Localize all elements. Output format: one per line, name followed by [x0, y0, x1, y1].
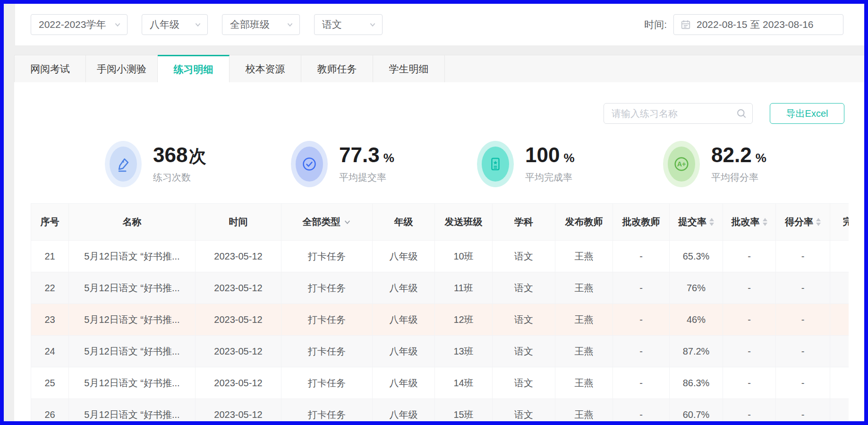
table-cell: 王燕: [555, 241, 613, 272]
stats-row: 368次练习次数77.3%平均提交率100%平均完成率A+82.2%平均得分率: [14, 141, 864, 187]
search-icon[interactable]: [736, 108, 747, 121]
table-cell: -: [776, 336, 830, 367]
table-cell: -: [613, 272, 670, 304]
table-cell: 语文: [493, 272, 555, 304]
stat-card-4: A+82.2%平均得分率: [663, 141, 849, 187]
school-year-value: 2022-2023学年: [39, 18, 106, 31]
grade-value: 八年级: [150, 18, 179, 31]
a-plus-icon: A+: [668, 147, 695, 182]
stat-value: 77.3%: [339, 145, 394, 165]
chevron-down-icon: [369, 21, 376, 28]
subject-value: 语文: [322, 18, 342, 31]
check-circle-icon: [296, 147, 323, 182]
table-cell: 14班: [435, 367, 493, 399]
table-row[interactable]: 255月12日语文 “好书推...2023-05-12打卡任务八年级14班语文王…: [31, 367, 849, 399]
calendar-icon: [681, 19, 691, 30]
table-cell: 八年级: [373, 241, 435, 272]
stat-unit: 次: [188, 147, 206, 166]
table-cell: 王燕: [555, 304, 613, 336]
table-row[interactable]: 235月12日语文 “好书推...2023-05-12打卡任务八年级12班语文王…: [31, 304, 849, 336]
table-cell: -: [723, 241, 776, 272]
table-cell: 86.3%: [670, 367, 723, 399]
tab-3[interactable]: 练习明细: [158, 55, 230, 82]
table-cell: 5月12日语文 “好书推...: [69, 367, 196, 399]
column-header-10: 提交率: [670, 204, 723, 241]
table-cell: 八年级: [373, 399, 435, 422]
table-cell: -: [776, 399, 830, 422]
filter-bar: 2022-2023学年 八年级 全部班级 语文 时间:: [15, 4, 864, 45]
tab-5[interactable]: 教师任务: [301, 55, 373, 82]
table-cell: 76%: [670, 272, 723, 304]
table-cell: -: [776, 367, 830, 399]
toolbar: 导出Excel: [14, 103, 844, 124]
column-header-13: 完成率: [830, 204, 849, 241]
table-cell: 23: [31, 304, 69, 336]
grade-select[interactable]: 八年级: [142, 14, 208, 35]
stat-value: 82.2%: [711, 145, 766, 165]
table-cell: 打卡任务: [281, 399, 373, 422]
table-cell: 5月12日语文 “好书推...: [69, 336, 196, 367]
tab-6[interactable]: 学生明细: [373, 55, 445, 82]
column-header-12: 得分率: [776, 204, 830, 241]
table-cell: 八年级: [373, 304, 435, 336]
column-header-4[interactable]: 全部类型: [281, 204, 373, 241]
exercise-table: 序号名称时间全部类型年级发送班级学科发布教师批改教师提交率批改率得分率完成率 2…: [31, 203, 849, 421]
table-cell: 60.7%: [670, 399, 723, 422]
column-header-1: 序号: [31, 204, 69, 241]
table-cell: -: [776, 241, 830, 272]
tab-1[interactable]: 网阅考试: [14, 55, 86, 82]
svg-text:A+: A+: [677, 160, 686, 168]
table-row[interactable]: 225月12日语文 “好书推...2023-05-12打卡任务八年级11班语文王…: [31, 272, 849, 304]
subject-select[interactable]: 语文: [314, 14, 383, 35]
table-cell: 87.2%: [670, 336, 723, 367]
chevron-down-icon: [286, 21, 294, 28]
table-cell: 21: [31, 241, 69, 272]
table-cell: 2023-05-12: [196, 367, 281, 399]
table-body: 215月12日语文 “好书推...2023-05-12打卡任务八年级10班语文王…: [31, 241, 849, 422]
tab-4[interactable]: 校本资源: [230, 55, 301, 82]
table-row[interactable]: 245月12日语文 “好书推...2023-05-12打卡任务八年级13班语文王…: [31, 336, 849, 367]
table-row[interactable]: 265月12日语文 “好书推...2023-05-12打卡任务八年级15班语文王…: [31, 399, 849, 422]
filter-chevron-icon[interactable]: [343, 218, 351, 226]
table-cell: 5月12日语文 “好书推...: [69, 272, 196, 304]
stat-unit: %: [563, 151, 574, 165]
stat-value: 368次: [153, 145, 206, 165]
table-cell: 46%: [670, 304, 723, 336]
table-cell: [830, 367, 849, 399]
table-cell: 八年级: [373, 367, 435, 399]
date-range-picker[interactable]: 2022-08-15 至 2023-08-16: [673, 14, 843, 35]
table-cell: -: [723, 336, 776, 367]
class-select[interactable]: 全部班级: [222, 14, 300, 35]
table-cell: 2023-05-12: [196, 399, 281, 422]
table-cell: 打卡任务: [281, 241, 373, 272]
table-cell: 25: [31, 367, 69, 399]
tab-filler: [445, 55, 864, 82]
table-cell: 5月12日语文 “好书推...: [69, 399, 196, 422]
stat-label: 平均完成率: [525, 171, 575, 184]
table-cell: -: [613, 241, 670, 272]
table-cell: 王燕: [555, 367, 613, 399]
table-cell: 打卡任务: [281, 367, 373, 399]
table-cell: 语文: [493, 399, 555, 422]
table-cell: 2023-05-12: [196, 304, 281, 336]
certificate-icon: [482, 147, 509, 182]
table-cell: [830, 241, 849, 272]
sort-icon[interactable]: [709, 218, 714, 226]
table-cell: 八年级: [373, 272, 435, 304]
export-excel-button[interactable]: 导出Excel: [770, 103, 844, 124]
stat-card-3: 100%平均完成率: [477, 141, 663, 187]
table-cell: 打卡任务: [281, 272, 373, 304]
table-cell: 24: [31, 336, 69, 367]
time-label: 时间:: [644, 18, 667, 31]
class-value: 全部班级: [230, 18, 270, 31]
table-row[interactable]: 215月12日语文 “好书推...2023-05-12打卡任务八年级10班语文王…: [31, 241, 849, 272]
table-cell: 26: [31, 399, 69, 422]
table-cell: 语文: [493, 304, 555, 336]
column-header-9: 批改教师: [613, 204, 670, 241]
tab-2[interactable]: 手阅小测验: [86, 55, 158, 82]
search-input[interactable]: [604, 103, 753, 124]
sort-icon[interactable]: [816, 218, 821, 226]
table-cell: 八年级: [373, 336, 435, 367]
sort-icon[interactable]: [763, 218, 767, 226]
school-year-select[interactable]: 2022-2023学年: [31, 14, 128, 35]
